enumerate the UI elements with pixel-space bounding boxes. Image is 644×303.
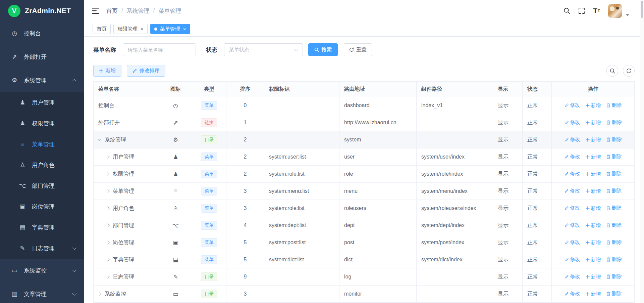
status-select[interactable]: 菜单状态	[224, 43, 303, 56]
edit-link[interactable]: 修改	[565, 291, 580, 297]
add-link[interactable]: 新增	[586, 171, 601, 177]
delete-icon	[606, 120, 610, 125]
tab-close-icon[interactable]: ×	[183, 27, 186, 32]
sidebar-item-external[interactable]: ⇗外部打开	[0, 45, 84, 69]
edit-link[interactable]: 修改	[565, 171, 580, 177]
tab-home[interactable]: 首页	[93, 24, 111, 34]
sidebar-item-dept[interactable]: ⌥部门管理	[0, 175, 84, 196]
delete-link[interactable]: 删除	[606, 119, 622, 126]
sidebar-item-menu[interactable]: ≡菜单管理	[0, 134, 84, 155]
delete-link[interactable]: 删除	[606, 171, 622, 177]
add-link[interactable]: 新增	[586, 102, 601, 109]
user-role-icon: ♙	[173, 205, 178, 212]
sidebar-item-post[interactable]: ▣岗位管理	[0, 196, 84, 217]
menu-list-icon: ≡	[19, 141, 26, 148]
edit-link[interactable]: 修改	[565, 205, 580, 211]
actions-cell: 修改新增删除	[552, 251, 635, 268]
collapse-row-icon[interactable]	[98, 137, 101, 140]
menu-name-input[interactable]	[123, 43, 196, 56]
sort-button[interactable]: 修改排序	[127, 65, 165, 77]
delete-link[interactable]: 删除	[606, 136, 622, 143]
route-cell: log	[339, 268, 417, 286]
add-link[interactable]: 新增	[586, 291, 601, 297]
toggle-search-button[interactable]	[606, 65, 618, 77]
page-scrollbar[interactable]	[640, 0, 644, 303]
sidebar-item-monitor[interactable]: ▭系统监控	[0, 259, 84, 282]
component-cell: system/menu/index	[417, 183, 493, 200]
delete-link[interactable]: 删除	[606, 205, 622, 211]
user-avatar[interactable]	[608, 4, 622, 18]
add-link[interactable]: 新增	[586, 154, 601, 160]
edit-link[interactable]: 修改	[565, 256, 580, 263]
add-link[interactable]: 新增	[586, 240, 601, 246]
expand-row-icon[interactable]	[106, 155, 109, 159]
edit-link-label: 修改	[570, 291, 580, 297]
search-button[interactable]: 搜索	[308, 43, 338, 56]
add-link-label: 新增	[591, 137, 601, 143]
sidebar-item-system[interactable]: ⚙系统管理	[0, 69, 84, 92]
table-row-post: 岗位管理▣菜单5system:post:listpostsystem/post/…	[94, 234, 635, 251]
sidebar-item-dict[interactable]: ▤字典管理	[0, 217, 84, 238]
delete-link[interactable]: 删除	[606, 222, 622, 228]
sidebar-item-dashboard[interactable]: ◷控制台	[0, 21, 84, 45]
actions-cell: 修改新增删除	[552, 217, 635, 234]
delete-link[interactable]: 删除	[606, 291, 622, 297]
expand-row-icon[interactable]	[106, 172, 109, 176]
delete-link[interactable]: 删除	[606, 256, 622, 263]
icon-cell: ♙	[159, 200, 192, 217]
font-size-icon[interactable]: TT	[593, 7, 600, 15]
delete-link[interactable]: 删除	[606, 273, 622, 280]
add-link[interactable]: 新增	[586, 205, 601, 212]
logo[interactable]: V ZrAdmin.NET	[0, 0, 84, 21]
add-link[interactable]: 新增	[586, 137, 601, 143]
sidebar-item-log[interactable]: ✎日志管理	[0, 238, 84, 259]
status-cell: 正常	[523, 200, 552, 217]
add-link[interactable]: 新增	[586, 120, 601, 126]
gear-icon: ⚙	[11, 77, 18, 84]
edit-link[interactable]: 修改	[565, 154, 580, 160]
refresh-table-button[interactable]	[623, 65, 635, 77]
edit-link-label: 修改	[570, 119, 580, 126]
expand-row-icon[interactable]	[106, 223, 109, 227]
breadcrumb-item[interactable]: 系统管理	[127, 7, 150, 15]
sidebar-item-role[interactable]: ♟权限管理	[0, 113, 84, 134]
expand-row-icon[interactable]	[106, 241, 109, 244]
tab-close-icon[interactable]: ×	[141, 27, 144, 32]
sidebar-item-user[interactable]: ♟用户管理	[0, 92, 84, 113]
expand-row-icon[interactable]	[106, 258, 109, 261]
tab-role[interactable]: 权限管理×	[113, 24, 148, 34]
user-menu-caret-icon[interactable]	[626, 14, 629, 16]
fullscreen-icon[interactable]	[578, 7, 585, 14]
sidebar-toggle-icon[interactable]	[92, 8, 99, 14]
breadcrumb-item[interactable]: 首页	[106, 7, 118, 15]
delete-link[interactable]: 删除	[606, 188, 622, 194]
add-button[interactable]: 新增	[93, 65, 121, 77]
expand-row-icon[interactable]	[106, 189, 109, 193]
sidebar-item-label: 文章管理	[24, 290, 47, 298]
scrollbar-thumb[interactable]	[641, 1, 643, 18]
add-link[interactable]: 新增	[586, 257, 601, 263]
add-link[interactable]: 新增	[586, 222, 601, 229]
sidebar-item-article[interactable]: ▥文章管理	[0, 282, 84, 303]
expand-row-icon[interactable]	[98, 292, 101, 296]
route-cell: system	[339, 131, 417, 148]
add-link[interactable]: 新增	[586, 274, 601, 280]
edit-link[interactable]: 修改	[565, 136, 580, 143]
edit-link[interactable]: 修改	[565, 273, 580, 280]
tab-menu[interactable]: 菜单管理×	[150, 24, 190, 34]
add-link[interactable]: 新增	[586, 188, 601, 194]
reset-button[interactable]: 重置	[344, 43, 372, 56]
expand-row-icon[interactable]	[106, 206, 109, 210]
delete-link[interactable]: 删除	[606, 239, 622, 246]
edit-link[interactable]: 修改	[565, 239, 580, 246]
edit-link[interactable]: 修改	[565, 119, 580, 126]
delete-link[interactable]: 删除	[606, 154, 622, 160]
expand-row-icon[interactable]	[106, 275, 109, 278]
sidebar-item-roleusers[interactable]: ♙用户角色	[0, 155, 84, 175]
delete-link[interactable]: 删除	[606, 102, 622, 109]
edit-icon	[565, 206, 569, 210]
search-icon[interactable]	[564, 7, 570, 14]
edit-link[interactable]: 修改	[565, 188, 580, 194]
edit-link[interactable]: 修改	[565, 102, 580, 109]
edit-link[interactable]: 修改	[565, 222, 580, 228]
